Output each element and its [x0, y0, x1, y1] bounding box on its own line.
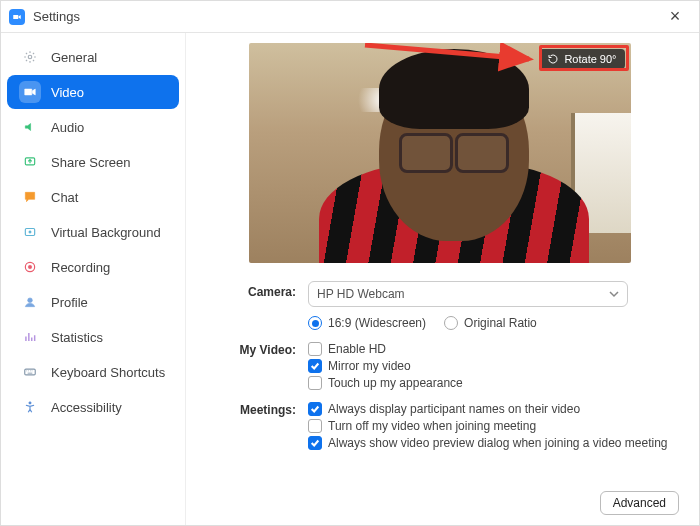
video-settings-form: Camera: HP HD Webcam 16:9 (Widescreen) O… — [200, 281, 679, 453]
audio-icon — [19, 116, 41, 138]
checkbox-icon — [308, 376, 322, 390]
sidebar-item-label: Chat — [51, 190, 78, 205]
checkbox-label: Turn off my video when joining meeting — [328, 419, 536, 433]
meetings-checkbox[interactable]: Turn off my video when joining meeting — [308, 419, 679, 433]
rotate-90-button[interactable]: Rotate 90° — [539, 49, 624, 69]
video-preview: Rotate 90° — [249, 43, 631, 263]
keyboard-icon — [19, 361, 41, 383]
meetings-label: Meetings: — [200, 399, 308, 453]
checkbox-icon — [308, 359, 322, 373]
radio-icon — [308, 316, 322, 330]
sidebar-item-video[interactable]: Video — [7, 75, 179, 109]
aspect-ratio-radio[interactable]: 16:9 (Widescreen) — [308, 316, 426, 330]
sidebar-item-audio[interactable]: Audio — [7, 110, 179, 144]
accessibility-icon — [19, 396, 41, 418]
svg-point-0 — [28, 55, 32, 59]
svg-point-5 — [28, 265, 32, 269]
virtual-icon — [19, 221, 41, 243]
svg-point-8 — [29, 402, 31, 404]
checkbox-icon — [308, 436, 322, 450]
svg-point-3 — [29, 231, 31, 233]
content-pane: Rotate 90° Camera: HP HD Webcam — [186, 33, 699, 525]
stats-icon — [19, 326, 41, 348]
profile-icon — [19, 291, 41, 313]
checkbox-label: Touch up my appearance — [328, 376, 463, 390]
sidebar-item-label: Video — [51, 85, 84, 100]
sidebar-item-statistics[interactable]: Statistics — [7, 320, 179, 354]
sidebar-item-recording[interactable]: Recording — [7, 250, 179, 284]
checkbox-label: Always display participant names on thei… — [328, 402, 580, 416]
sidebar-item-label: General — [51, 50, 97, 65]
checkbox-label: Always show video preview dialog when jo… — [328, 436, 668, 450]
sidebar-item-label: Audio — [51, 120, 84, 135]
sidebar-item-virtual-background[interactable]: Virtual Background — [7, 215, 179, 249]
radio-label: 16:9 (Widescreen) — [328, 316, 426, 330]
my-video-label: My Video: — [200, 339, 308, 393]
sidebar-item-label: Recording — [51, 260, 110, 275]
camera-select[interactable]: HP HD Webcam — [308, 281, 628, 307]
checkbox-icon — [308, 402, 322, 416]
sidebar-item-label: Virtual Background — [51, 225, 161, 240]
app-icon — [9, 9, 25, 25]
sidebar-item-share-screen[interactable]: Share Screen — [7, 145, 179, 179]
rotate-90-label: Rotate 90° — [564, 53, 616, 65]
advanced-button[interactable]: Advanced — [600, 491, 679, 515]
sidebar-item-chat[interactable]: Chat — [7, 180, 179, 214]
sidebar-item-accessibility[interactable]: Accessibility — [7, 390, 179, 424]
checkbox-label: Enable HD — [328, 342, 386, 356]
close-button[interactable]: × — [659, 6, 691, 27]
sidebar-item-profile[interactable]: Profile — [7, 285, 179, 319]
camera-label: Camera: — [200, 281, 308, 333]
meetings-checkbox[interactable]: Always display participant names on thei… — [308, 402, 679, 416]
svg-point-6 — [28, 298, 33, 303]
gear-icon — [19, 46, 41, 68]
sidebar-item-general[interactable]: General — [7, 40, 179, 74]
my-video-checkbox[interactable]: Enable HD — [308, 342, 679, 356]
window-title: Settings — [33, 9, 659, 24]
checkbox-label: Mirror my video — [328, 359, 411, 373]
sidebar: General Video Audio Share Screen Chat Vi… — [1, 33, 186, 525]
share-icon — [19, 151, 41, 173]
sidebar-item-label: Share Screen — [51, 155, 131, 170]
sidebar-item-label: Keyboard Shortcuts — [51, 365, 165, 380]
radio-icon — [444, 316, 458, 330]
aspect-ratio-radio[interactable]: Original Ratio — [444, 316, 537, 330]
chat-icon — [19, 186, 41, 208]
settings-window: Settings × General Video Audio Share Scr… — [0, 0, 700, 526]
meetings-checkbox[interactable]: Always show video preview dialog when jo… — [308, 436, 679, 450]
svg-rect-7 — [25, 369, 36, 375]
checkbox-icon — [308, 419, 322, 433]
sidebar-item-label: Statistics — [51, 330, 103, 345]
sidebar-item-label: Accessibility — [51, 400, 122, 415]
sidebar-item-label: Profile — [51, 295, 88, 310]
advanced-button-label: Advanced — [613, 496, 666, 510]
my-video-checkbox[interactable]: Touch up my appearance — [308, 376, 679, 390]
radio-label: Original Ratio — [464, 316, 537, 330]
sidebar-item-keyboard-shortcuts[interactable]: Keyboard Shortcuts — [7, 355, 179, 389]
my-video-checkbox[interactable]: Mirror my video — [308, 359, 679, 373]
record-icon — [19, 256, 41, 278]
checkbox-icon — [308, 342, 322, 356]
titlebar: Settings × — [1, 1, 699, 33]
camera-selected-value: HP HD Webcam — [317, 287, 405, 301]
video-icon — [19, 81, 41, 103]
